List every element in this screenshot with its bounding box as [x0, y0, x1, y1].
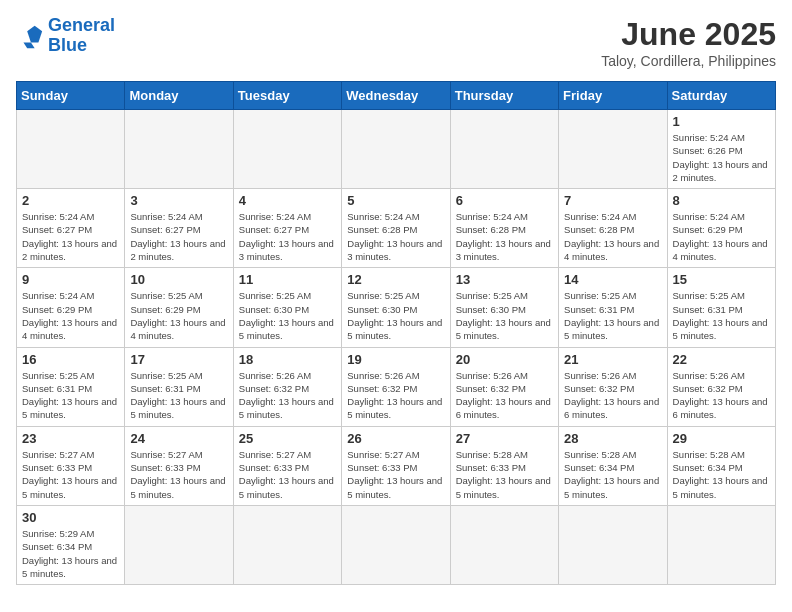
day-number: 8 [673, 193, 770, 208]
day-info: Sunrise: 5:24 AM Sunset: 6:29 PM Dayligh… [22, 289, 119, 342]
calendar-day-cell [342, 505, 450, 584]
calendar-day-cell [667, 505, 775, 584]
calendar-week-row: 9 Sunrise: 5:24 AM Sunset: 6:29 PM Dayli… [17, 268, 776, 347]
day-info: Sunrise: 5:25 AM Sunset: 6:31 PM Dayligh… [130, 369, 227, 422]
day-number: 4 [239, 193, 336, 208]
day-info: Sunrise: 5:26 AM Sunset: 6:32 PM Dayligh… [239, 369, 336, 422]
calendar-table: SundayMondayTuesdayWednesdayThursdayFrid… [16, 81, 776, 585]
calendar-day-cell: 5 Sunrise: 5:24 AM Sunset: 6:28 PM Dayli… [342, 189, 450, 268]
calendar-day-cell: 11 Sunrise: 5:25 AM Sunset: 6:30 PM Dayl… [233, 268, 341, 347]
day-number: 16 [22, 352, 119, 367]
day-info: Sunrise: 5:24 AM Sunset: 6:28 PM Dayligh… [564, 210, 661, 263]
day-info: Sunrise: 5:29 AM Sunset: 6:34 PM Dayligh… [22, 527, 119, 580]
calendar-week-row: 1 Sunrise: 5:24 AM Sunset: 6:26 PM Dayli… [17, 110, 776, 189]
calendar-day-cell: 15 Sunrise: 5:25 AM Sunset: 6:31 PM Dayl… [667, 268, 775, 347]
calendar-day-cell: 22 Sunrise: 5:26 AM Sunset: 6:32 PM Dayl… [667, 347, 775, 426]
day-number: 6 [456, 193, 553, 208]
day-number: 13 [456, 272, 553, 287]
calendar-week-row: 23 Sunrise: 5:27 AM Sunset: 6:33 PM Dayl… [17, 426, 776, 505]
day-info: Sunrise: 5:28 AM Sunset: 6:34 PM Dayligh… [673, 448, 770, 501]
day-number: 10 [130, 272, 227, 287]
day-info: Sunrise: 5:25 AM Sunset: 6:30 PM Dayligh… [239, 289, 336, 342]
day-info: Sunrise: 5:27 AM Sunset: 6:33 PM Dayligh… [22, 448, 119, 501]
day-info: Sunrise: 5:24 AM Sunset: 6:28 PM Dayligh… [347, 210, 444, 263]
day-info: Sunrise: 5:24 AM Sunset: 6:27 PM Dayligh… [130, 210, 227, 263]
weekday-header-cell: Tuesday [233, 82, 341, 110]
day-number: 18 [239, 352, 336, 367]
calendar-day-cell [342, 110, 450, 189]
day-info: Sunrise: 5:27 AM Sunset: 6:33 PM Dayligh… [239, 448, 336, 501]
calendar-day-cell [559, 505, 667, 584]
calendar-day-cell: 19 Sunrise: 5:26 AM Sunset: 6:32 PM Dayl… [342, 347, 450, 426]
page-header: General Blue June 2025 Taloy, Cordillera… [16, 16, 776, 69]
day-info: Sunrise: 5:25 AM Sunset: 6:30 PM Dayligh… [456, 289, 553, 342]
day-info: Sunrise: 5:25 AM Sunset: 6:30 PM Dayligh… [347, 289, 444, 342]
day-number: 24 [130, 431, 227, 446]
day-number: 11 [239, 272, 336, 287]
day-info: Sunrise: 5:24 AM Sunset: 6:26 PM Dayligh… [673, 131, 770, 184]
weekday-header-cell: Monday [125, 82, 233, 110]
calendar-day-cell: 6 Sunrise: 5:24 AM Sunset: 6:28 PM Dayli… [450, 189, 558, 268]
calendar-week-row: 16 Sunrise: 5:25 AM Sunset: 6:31 PM Dayl… [17, 347, 776, 426]
calendar-day-cell: 4 Sunrise: 5:24 AM Sunset: 6:27 PM Dayli… [233, 189, 341, 268]
day-number: 19 [347, 352, 444, 367]
day-info: Sunrise: 5:25 AM Sunset: 6:31 PM Dayligh… [564, 289, 661, 342]
day-info: Sunrise: 5:24 AM Sunset: 6:27 PM Dayligh… [239, 210, 336, 263]
day-info: Sunrise: 5:27 AM Sunset: 6:33 PM Dayligh… [347, 448, 444, 501]
calendar-day-cell: 8 Sunrise: 5:24 AM Sunset: 6:29 PM Dayli… [667, 189, 775, 268]
weekday-header-row: SundayMondayTuesdayWednesdayThursdayFrid… [17, 82, 776, 110]
day-number: 27 [456, 431, 553, 446]
calendar-day-cell [559, 110, 667, 189]
month-title: June 2025 [601, 16, 776, 53]
calendar-day-cell: 29 Sunrise: 5:28 AM Sunset: 6:34 PM Dayl… [667, 426, 775, 505]
location: Taloy, Cordillera, Philippines [601, 53, 776, 69]
calendar-day-cell: 30 Sunrise: 5:29 AM Sunset: 6:34 PM Dayl… [17, 505, 125, 584]
weekday-header-cell: Wednesday [342, 82, 450, 110]
calendar-day-cell [450, 505, 558, 584]
weekday-header-cell: Sunday [17, 82, 125, 110]
title-block: June 2025 Taloy, Cordillera, Philippines [601, 16, 776, 69]
weekday-header-cell: Friday [559, 82, 667, 110]
day-number: 22 [673, 352, 770, 367]
day-number: 21 [564, 352, 661, 367]
calendar-day-cell [233, 110, 341, 189]
calendar-day-cell: 23 Sunrise: 5:27 AM Sunset: 6:33 PM Dayl… [17, 426, 125, 505]
weekday-header-cell: Thursday [450, 82, 558, 110]
day-number: 30 [22, 510, 119, 525]
day-number: 9 [22, 272, 119, 287]
calendar-day-cell: 27 Sunrise: 5:28 AM Sunset: 6:33 PM Dayl… [450, 426, 558, 505]
day-number: 15 [673, 272, 770, 287]
calendar-day-cell: 21 Sunrise: 5:26 AM Sunset: 6:32 PM Dayl… [559, 347, 667, 426]
calendar-day-cell: 16 Sunrise: 5:25 AM Sunset: 6:31 PM Dayl… [17, 347, 125, 426]
calendar-day-cell: 7 Sunrise: 5:24 AM Sunset: 6:28 PM Dayli… [559, 189, 667, 268]
calendar-day-cell: 26 Sunrise: 5:27 AM Sunset: 6:33 PM Dayl… [342, 426, 450, 505]
day-info: Sunrise: 5:25 AM Sunset: 6:29 PM Dayligh… [130, 289, 227, 342]
calendar-day-cell: 2 Sunrise: 5:24 AM Sunset: 6:27 PM Dayli… [17, 189, 125, 268]
day-info: Sunrise: 5:27 AM Sunset: 6:33 PM Dayligh… [130, 448, 227, 501]
calendar-day-cell: 25 Sunrise: 5:27 AM Sunset: 6:33 PM Dayl… [233, 426, 341, 505]
calendar-day-cell: 20 Sunrise: 5:26 AM Sunset: 6:32 PM Dayl… [450, 347, 558, 426]
day-number: 29 [673, 431, 770, 446]
calendar-day-cell: 12 Sunrise: 5:25 AM Sunset: 6:30 PM Dayl… [342, 268, 450, 347]
day-info: Sunrise: 5:26 AM Sunset: 6:32 PM Dayligh… [347, 369, 444, 422]
logo-icon [16, 22, 44, 50]
day-number: 1 [673, 114, 770, 129]
day-number: 20 [456, 352, 553, 367]
day-number: 14 [564, 272, 661, 287]
calendar-day-cell: 14 Sunrise: 5:25 AM Sunset: 6:31 PM Dayl… [559, 268, 667, 347]
day-info: Sunrise: 5:28 AM Sunset: 6:34 PM Dayligh… [564, 448, 661, 501]
day-number: 2 [22, 193, 119, 208]
calendar-week-row: 30 Sunrise: 5:29 AM Sunset: 6:34 PM Dayl… [17, 505, 776, 584]
day-number: 23 [22, 431, 119, 446]
day-number: 25 [239, 431, 336, 446]
logo-text: General Blue [48, 16, 115, 56]
weekday-header-cell: Saturday [667, 82, 775, 110]
day-info: Sunrise: 5:25 AM Sunset: 6:31 PM Dayligh… [22, 369, 119, 422]
day-info: Sunrise: 5:24 AM Sunset: 6:28 PM Dayligh… [456, 210, 553, 263]
calendar-day-cell [125, 505, 233, 584]
calendar-day-cell: 9 Sunrise: 5:24 AM Sunset: 6:29 PM Dayli… [17, 268, 125, 347]
day-number: 26 [347, 431, 444, 446]
calendar-day-cell: 17 Sunrise: 5:25 AM Sunset: 6:31 PM Dayl… [125, 347, 233, 426]
day-info: Sunrise: 5:28 AM Sunset: 6:33 PM Dayligh… [456, 448, 553, 501]
day-info: Sunrise: 5:25 AM Sunset: 6:31 PM Dayligh… [673, 289, 770, 342]
